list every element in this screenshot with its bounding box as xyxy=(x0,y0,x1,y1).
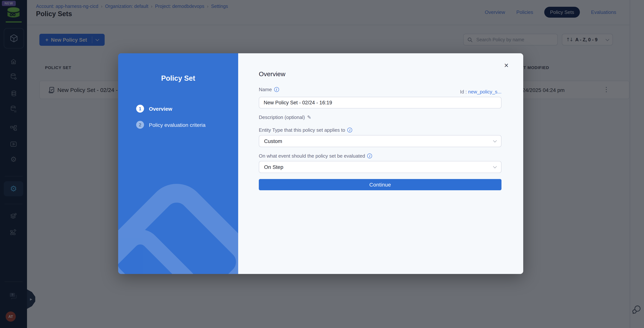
chevron-down-icon xyxy=(493,165,497,168)
edit-pencil-icon[interactable]: ✎ xyxy=(307,115,311,120)
entity-id: Id : new_policy_s... xyxy=(259,89,502,95)
wizard-title: Policy Set xyxy=(118,74,238,83)
description-label: Description (optional) ✎ xyxy=(259,115,311,120)
step-number: 2 xyxy=(136,121,144,129)
id-link[interactable]: new_policy_s... xyxy=(468,89,502,95)
wizard-step-policy-evaluation-criteria[interactable]: 2 Policy evaluation criteria xyxy=(136,121,206,129)
info-icon[interactable]: i xyxy=(348,128,352,133)
policy-sets-page: Account: app-harness-ng-cicd › Organizat… xyxy=(0,0,644,328)
step-number: 1 xyxy=(136,105,144,113)
watermark-links xyxy=(118,53,238,274)
event-label: On what event should the policy set be e… xyxy=(259,153,372,159)
continue-button[interactable]: Continue xyxy=(259,179,502,190)
entity-type-value: Custom xyxy=(264,138,282,144)
entity-type-label-text: Entity Type that this policy set applies… xyxy=(259,127,345,133)
info-icon[interactable]: i xyxy=(368,154,372,158)
wizard-step-overview[interactable]: 1 Overview xyxy=(136,105,172,113)
event-label-text: On what event should the policy set be e… xyxy=(259,153,365,159)
event-select[interactable]: On Step xyxy=(259,161,502,173)
step-label: Overview xyxy=(149,106,172,112)
event-value: On Step xyxy=(264,164,283,170)
step-label: Policy evaluation criteria xyxy=(149,122,206,128)
entity-type-label: Entity Type that this policy set applies… xyxy=(259,127,352,133)
modal-heading: Overview xyxy=(259,71,286,78)
description-label-text: Description (optional) xyxy=(259,115,305,120)
wizard-content-panel: × Overview Name i Id : new_policy_s... D… xyxy=(238,53,523,274)
chevron-down-icon xyxy=(493,139,497,142)
close-icon[interactable]: × xyxy=(502,61,511,70)
id-prefix: Id : xyxy=(460,89,467,95)
entity-type-select[interactable]: Custom xyxy=(259,135,502,147)
policy-set-wizard-modal: Policy Set 1 Overview 2 Policy evaluatio… xyxy=(118,53,523,274)
wizard-nav-panel: Policy Set 1 Overview 2 Policy evaluatio… xyxy=(118,53,238,274)
name-input[interactable] xyxy=(259,97,502,109)
